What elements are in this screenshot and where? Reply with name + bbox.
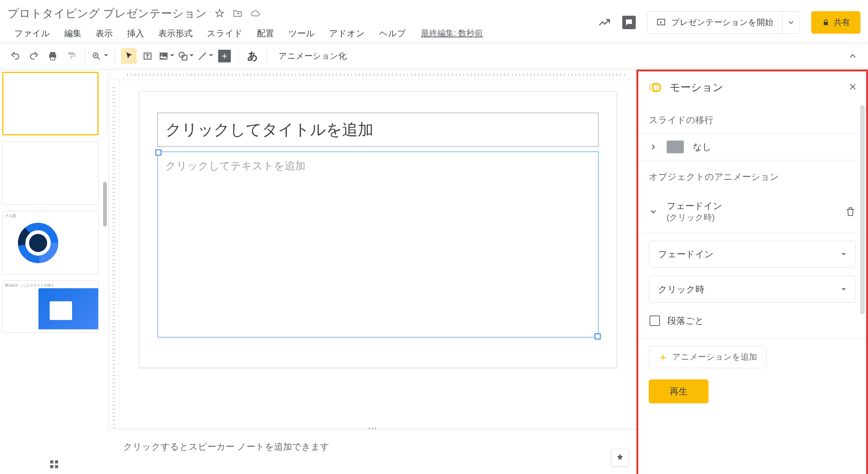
menu-file[interactable]: ファイル (7, 25, 57, 41)
canvas-area[interactable]: クリックしてタイトルを追加 クリックしてテキストを追加 (108, 70, 636, 474)
menu-arrange[interactable]: 配置 (250, 25, 281, 41)
motion-title: モーション (670, 80, 723, 95)
menu-addons[interactable]: アドオン (322, 25, 372, 41)
redo-button[interactable] (26, 48, 42, 64)
thumb-label: クル図 (3, 211, 98, 221)
caret-down-icon (841, 287, 846, 292)
present-dropdown[interactable] (782, 12, 800, 33)
menu-format[interactable]: 表示形式 (152, 25, 199, 41)
plus-icon: ＋ (658, 351, 668, 364)
share-label: 共有 (834, 17, 850, 28)
cloud-status-icon[interactable] (250, 8, 261, 19)
menu-help[interactable]: ヘルプ (372, 25, 413, 41)
transition-section-label: スライドの移行 (638, 104, 866, 133)
move-folder-icon[interactable] (232, 8, 243, 19)
panel-scrollbar[interactable] (103, 182, 107, 227)
star-icon[interactable] (214, 8, 225, 19)
motion-icon (649, 81, 662, 94)
motion-scrollbar[interactable] (860, 105, 865, 314)
by-paragraph-label: 段落ごと (667, 315, 704, 327)
share-button[interactable]: 共有 (811, 11, 861, 34)
close-panel-button[interactable] (848, 82, 857, 93)
svg-rect-19 (55, 461, 58, 464)
comments-icon[interactable] (622, 16, 636, 29)
ruler-horizontal (109, 70, 636, 80)
grid-view-button[interactable] (49, 459, 59, 471)
svg-point-17 (29, 234, 47, 252)
transition-row[interactable]: なし (638, 133, 866, 160)
slide-panel[interactable]: クル図 製品紹介: ここにテキストを挿入 (0, 70, 108, 474)
input-method-button[interactable]: あ (245, 48, 260, 64)
animation-trigger-sub: (クリック時) (667, 212, 836, 223)
by-paragraph-checkbox[interactable]: 段落ごと (649, 311, 856, 330)
slide-canvas[interactable]: クリックしてタイトルを追加 クリックしてテキストを追加 (139, 91, 617, 368)
speaker-notes[interactable]: クリックするとスピーカー ノートを追加できます (108, 429, 636, 474)
svg-rect-18 (50, 461, 53, 464)
slide-thumb-4[interactable]: 製品紹介: ここにテキストを挿入 (2, 280, 99, 333)
add-animation-button[interactable]: ＋ アニメーションを追加 (649, 346, 766, 368)
image-tool[interactable] (158, 51, 175, 61)
toolbar: あ アニメーション化 (0, 43, 868, 69)
animation-type-select[interactable]: フェードイン (649, 241, 856, 268)
delete-icon[interactable] (845, 206, 856, 217)
paint-format-button[interactable] (63, 48, 79, 64)
svg-rect-3 (824, 22, 828, 25)
present-button[interactable]: プレゼンテーションを開始 (647, 11, 800, 34)
present-label: プレゼンテーションを開始 (671, 17, 773, 28)
shape-icon (178, 51, 188, 61)
present-icon (656, 18, 666, 27)
slide-thumb-2[interactable] (2, 141, 99, 205)
play-button[interactable]: 再生 (649, 379, 709, 403)
collapse-toolbar-button[interactable] (845, 48, 861, 64)
menu-tools[interactable]: ツール (282, 25, 322, 41)
animation-type-value: フェードイン (658, 248, 714, 260)
svg-rect-6 (50, 57, 55, 60)
slide-thumb-3[interactable]: クル図 (2, 211, 99, 274)
line-tool[interactable] (197, 51, 214, 61)
activity-icon[interactable] (598, 16, 611, 29)
object-animation-label: オブジェクトのアニメーション (638, 160, 866, 190)
animation-trigger-select[interactable]: クリック時 (649, 276, 856, 303)
menu-edit[interactable]: 編集 (58, 25, 88, 41)
shape-tool[interactable] (178, 51, 194, 61)
zoom-icon (92, 51, 101, 61)
slide-thumb-1[interactable] (2, 72, 99, 135)
ruler-vertical (109, 80, 119, 474)
motion-panel: モーション スライドの移行 なし オブジェクトのアニメーション フェードイン (… (636, 70, 868, 474)
lock-icon (822, 18, 830, 27)
animation-trigger-value: クリック時 (658, 283, 704, 295)
chevron-right-icon (649, 142, 658, 151)
print-button[interactable] (45, 48, 61, 64)
svg-point-11 (161, 54, 163, 56)
add-comment-button[interactable] (217, 48, 232, 64)
zoom-dropdown[interactable] (92, 51, 109, 61)
document-title[interactable]: プロトタイピング プレゼンテーション (7, 6, 207, 21)
svg-rect-13 (182, 55, 187, 60)
animation-name: フェードイン (667, 200, 836, 212)
title-placeholder[interactable]: クリックしてタイトルを追加 (157, 113, 599, 147)
menu-slide[interactable]: スライド (200, 25, 249, 41)
add-animation-label: アニメーションを追加 (672, 351, 757, 363)
svg-rect-7 (68, 52, 74, 55)
image-icon (158, 51, 169, 61)
notes-placeholder: クリックするとスピーカー ノートを追加できます (123, 441, 329, 452)
textbox-tool[interactable] (140, 48, 155, 64)
svg-rect-21 (55, 465, 58, 468)
menu-view[interactable]: 表示 (89, 25, 120, 41)
transition-value: なし (693, 141, 712, 153)
body-placeholder[interactable]: クリックしてテキストを追加 (157, 151, 599, 338)
animation-item[interactable]: フェードイン (クリック時) (638, 190, 866, 233)
menu-insert[interactable]: 挿入 (120, 25, 151, 41)
caret-down-icon (841, 252, 846, 257)
undo-button[interactable] (7, 48, 23, 64)
explore-button[interactable] (611, 449, 629, 467)
svg-rect-4 (50, 52, 55, 55)
animate-button[interactable]: アニメーション化 (273, 50, 353, 62)
svg-rect-0 (627, 21, 631, 22)
last-edit-link[interactable]: 最終編集: 数秒前 (421, 28, 483, 39)
cycle-diagram-icon (18, 222, 59, 264)
notes-resize-handle[interactable] (364, 428, 381, 431)
slide-icon (667, 141, 684, 153)
select-tool[interactable] (121, 48, 137, 64)
line-icon (197, 51, 208, 61)
